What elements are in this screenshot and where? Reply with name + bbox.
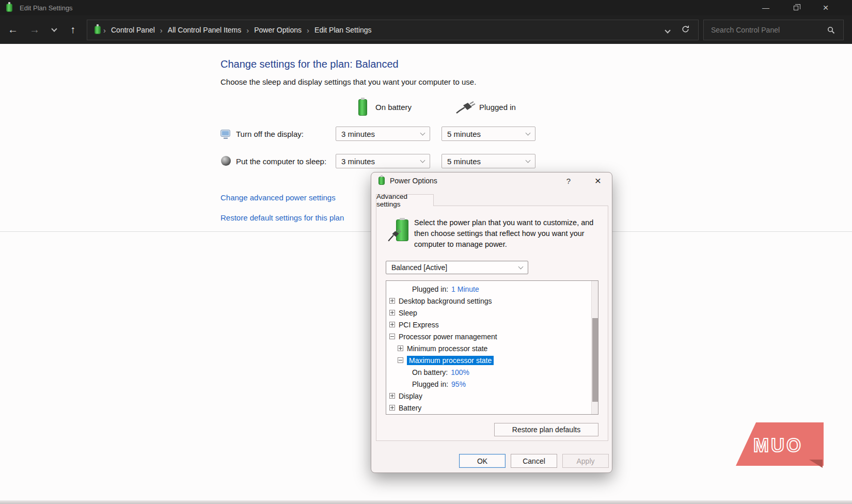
select-value: 3 minutes [341,157,375,166]
tree-item-minimum-processor-state[interactable]: Minimum processor state [386,342,598,354]
chevron-down-icon [665,27,670,33]
select-value: 5 minutes [447,157,481,166]
restore-icon [794,6,798,10]
expand-icon[interactable] [389,322,395,327]
expand-icon[interactable] [389,393,395,399]
navigation-bar: ← → ↑ › Control Panel › All Control Pane… [0,15,852,44]
breadcrumb-separator: › [244,26,251,35]
expand-icon[interactable] [389,298,395,304]
tree-item-sleep[interactable]: Sleep [386,307,598,319]
tree-item-label: Battery [399,404,421,412]
collapse-icon[interactable] [389,334,395,339]
column-header-plugged-in: Plugged in [479,103,516,112]
power-options-dialog: Power Options ? × Advanced settings Sele… [371,172,612,473]
page-title: Change settings for the plan: Balanced [220,58,399,70]
search-box [703,20,844,40]
tree-item-label: Plugged in: [412,285,448,293]
tree-item-value[interactable]: 100% [451,368,469,376]
chevron-down-icon [51,26,57,32]
tree-item-label: Sleep [399,309,417,317]
back-button[interactable]: ← [4,15,22,44]
tree-item-value[interactable]: 1 Minute [451,285,479,293]
address-bar[interactable]: › Control Panel › All Control Panel Item… [87,20,699,40]
search-input[interactable] [704,26,827,34]
up-button[interactable]: ↑ [64,15,82,44]
restore-plan-defaults-button[interactable]: Restore plan defaults [494,423,598,436]
page-subtitle: Choose the sleep and display settings th… [220,77,476,86]
window-controls: — × [751,0,841,15]
restore-default-settings-link[interactable]: Restore default settings for this plan [220,213,344,222]
tree-item-pci-express[interactable]: PCI Express [386,319,598,330]
tree-item-label: Minimum processor state [407,344,487,353]
breadcrumb-edit-plan-settings[interactable]: Edit Plan Settings [312,26,374,34]
tree-item-display[interactable]: Display [386,390,598,402]
display-icon [220,129,231,139]
ok-button[interactable]: OK [459,454,506,468]
battery-plug-icon [390,218,413,243]
maximize-button[interactable] [781,0,811,15]
tree-item-plugged-in-time[interactable]: Plugged in: 1 Minute [386,283,598,295]
chevron-down-icon [526,158,531,163]
tree-item-on-battery-value[interactable]: On battery: 100% [386,366,598,378]
display-plugged-in-select[interactable]: 5 minutes [441,127,535,141]
screen: Edit Plan Settings — × ← → ↑ › Control P… [0,0,852,504]
select-value: Balanced [Active] [391,263,447,272]
window-bottom-edge [0,500,852,504]
refresh-button[interactable] [681,25,690,35]
forward-button[interactable]: → [26,15,43,44]
sleep-icon [221,156,231,166]
tree-item-label-selected: Maximum processor state [407,356,494,365]
tree-item-processor-power-management[interactable]: Processor power management [386,330,598,342]
muo-watermark: MUO [736,422,824,466]
dialog-title: Power Options [390,177,437,185]
dialog-close-button[interactable]: × [590,173,606,188]
display-on-battery-select[interactable]: 3 minutes [336,127,430,141]
tree-item-battery[interactable]: Battery [386,402,598,414]
on-battery-icon [358,99,367,116]
search-icon[interactable] [827,26,835,34]
tree-item-value[interactable]: 95% [451,380,466,388]
power-plan-select[interactable]: Balanced [Active] [386,261,528,274]
power-options-icon [378,177,385,185]
expand-icon[interactable] [389,405,395,411]
tree-scrollbar[interactable] [591,281,598,414]
breadcrumb-separator: › [101,26,108,35]
tree-item-label: Display [399,392,422,400]
expand-icon[interactable] [398,345,403,351]
scrollbar-thumb[interactable] [592,318,598,402]
minimize-button[interactable]: — [751,0,781,15]
tree-item-desktop-background-settings[interactable]: Desktop background settings [386,295,598,307]
cancel-button[interactable]: Cancel [511,454,557,468]
chevron-down-icon [420,131,425,136]
breadcrumb-separator: › [157,26,165,35]
sleep-on-battery-select[interactable]: 3 minutes [336,154,430,168]
collapse-icon[interactable] [398,357,403,363]
window-title: Edit Plan Settings [20,4,73,12]
window-titlebar: Edit Plan Settings — × [0,0,852,15]
tab-advanced-settings[interactable]: Advanced settings [376,194,434,206]
refresh-icon [681,25,690,34]
tree-item-plugged-in-value[interactable]: Plugged in: 95% [386,378,598,390]
close-button[interactable]: × [811,0,841,15]
sleep-plugged-in-select[interactable]: 5 minutes [441,154,535,168]
tree-item-label: On battery: [412,368,448,376]
breadcrumb-separator: › [304,26,312,35]
change-advanced-power-settings-link[interactable]: Change advanced power settings [220,193,336,202]
advanced-settings-tree: Plugged in: 1 Minute Desktop background … [386,280,598,415]
history-dropdown-button[interactable] [45,15,63,44]
chevron-down-icon [518,264,524,270]
select-value: 3 minutes [341,130,375,138]
tree-item-label: PCI Express [399,321,439,329]
breadcrumb-control-panel[interactable]: Control Panel [108,26,157,34]
breadcrumb-power-options[interactable]: Power Options [251,26,304,34]
address-dropdown-button[interactable] [666,26,670,34]
turn-off-display-label: Turn off the display: [236,130,304,138]
expand-icon[interactable] [389,310,395,316]
dialog-description: Select the power plan that you want to c… [414,217,604,250]
select-value: 5 minutes [447,130,481,138]
breadcrumb-all-items[interactable]: All Control Panel Items [165,26,244,34]
tree-item-maximum-processor-state[interactable]: Maximum processor state [386,354,598,366]
advanced-settings-page: Select the power plan that you want to c… [376,206,608,441]
help-button[interactable]: ? [561,174,576,188]
apply-button[interactable]: Apply [562,454,609,468]
